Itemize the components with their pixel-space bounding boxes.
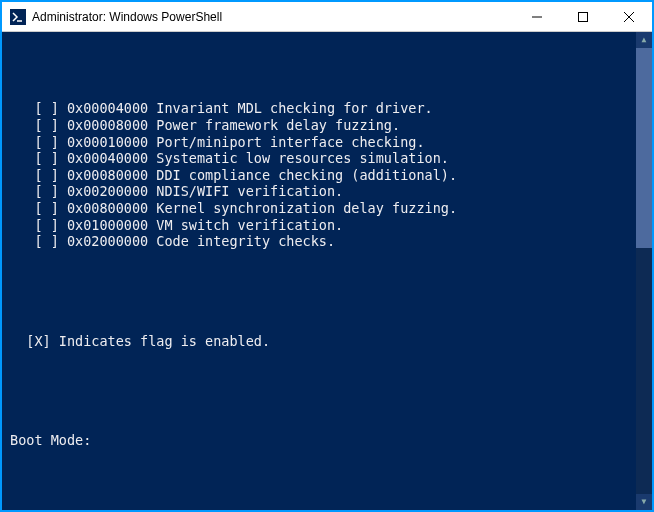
maximize-button[interactable] [560, 2, 606, 31]
bootmode-label: Boot Mode: [2, 432, 652, 449]
flag-line: [ ] 0x00040000 Systematic low resources … [2, 150, 652, 167]
flag-line: [ ] 0x00080000 DDI compliance checking (… [2, 167, 652, 184]
window-title: Administrator: Windows PowerShell [32, 10, 514, 24]
svg-rect-3 [579, 12, 588, 21]
flag-line: [ ] 0x00008000 Power framework delay fuz… [2, 117, 652, 134]
terminal-content: [ ] 0x00004000 Invariant MDL checking fo… [2, 65, 652, 512]
titlebar: Administrator: Windows PowerShell [2, 2, 652, 32]
scroll-up-arrow[interactable]: ▲ [636, 32, 652, 48]
minimize-button[interactable] [514, 2, 560, 31]
blank-line [2, 283, 652, 300]
scrollbar-thumb[interactable] [636, 48, 652, 248]
blank-line [2, 382, 652, 399]
flag-line: [ ] 0x00010000 Port/miniport interface c… [2, 134, 652, 151]
window-controls [514, 2, 652, 31]
flag-line: [ ] 0x00800000 Kernel synchronization de… [2, 200, 652, 217]
powershell-icon [10, 9, 26, 25]
terminal[interactable]: [ ] 0x00004000 Invariant MDL checking fo… [2, 32, 652, 510]
legend-line: [X] Indicates flag is enabled. [2, 333, 652, 350]
flag-line: [ ] 0x00200000 NDIS/WIFI verification. [2, 183, 652, 200]
scrollbar[interactable]: ▲ ▼ [636, 32, 652, 510]
close-button[interactable] [606, 2, 652, 31]
flag-line: [ ] 0x02000000 Code integrity checks. [2, 233, 652, 250]
flag-line: [ ] 0x01000000 VM switch verification. [2, 217, 652, 234]
scroll-down-arrow[interactable]: ▼ [636, 494, 652, 510]
flag-line: [ ] 0x00004000 Invariant MDL checking fo… [2, 100, 652, 117]
blank-line [2, 482, 652, 499]
